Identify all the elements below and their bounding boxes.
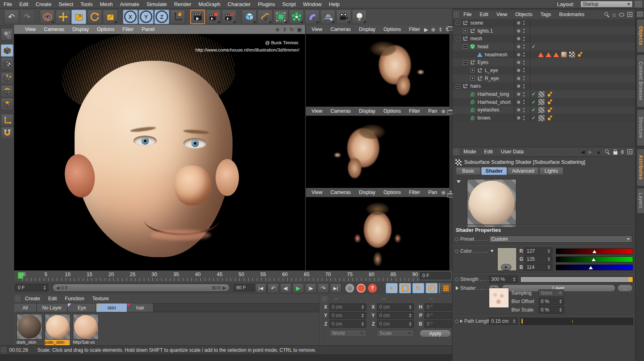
enabled-check-icon[interactable] (532, 99, 536, 105)
range-start-field[interactable]: 0 F (15, 284, 48, 291)
enabled-check-icon[interactable] (532, 107, 536, 113)
render-visibility-dot[interactable] (523, 111, 525, 112)
am-menu-mode[interactable]: Mode (459, 149, 480, 155)
tree-row-hairhead-short[interactable]: Hairhead_short (453, 98, 636, 106)
layer-tab-skin[interactable]: skin (96, 303, 127, 312)
panel-grip[interactable] (322, 296, 327, 302)
texture-tag-icon[interactable] (561, 52, 567, 58)
key-parameter-button[interactable]: P (426, 283, 438, 293)
vp-menu-pan[interactable]: Pan (424, 108, 441, 114)
activation-dot[interactable] (517, 101, 520, 104)
activation-dot[interactable] (517, 29, 520, 33)
key-rotation-button[interactable]: ↻ (412, 283, 424, 293)
blur-offset-field[interactable]: 0 % (538, 298, 564, 305)
render-settings-button[interactable] (222, 10, 237, 24)
layer-tab-nolayer[interactable]: No Layer (37, 303, 68, 312)
om-menu-file[interactable]: File (459, 12, 476, 17)
b-field[interactable]: 114 (524, 264, 553, 271)
path-length-field[interactable]: 0.15 cm (489, 318, 518, 325)
previous-key-button[interactable]: ↶ (268, 283, 279, 293)
move-button[interactable] (56, 10, 71, 24)
vp-maximize-icon[interactable]: ▣ (297, 27, 302, 33)
panel-grip[interactable] (15, 295, 20, 302)
material-thumbnail[interactable] (73, 314, 99, 340)
editor-visibility-dot[interactable] (523, 100, 525, 101)
vp-menu-options[interactable]: Options (380, 27, 405, 32)
vp-move-icon[interactable]: ⊕ (275, 27, 280, 33)
mat-menu-texture[interactable]: Texture (88, 296, 113, 301)
lock-icon[interactable] (613, 151, 617, 155)
vp-menu-filter[interactable]: Filter (118, 27, 138, 32)
hair-material-tag-icon[interactable] (538, 99, 545, 105)
new-panel-icon[interactable]: + (627, 149, 632, 154)
render-visibility-dot[interactable] (523, 87, 525, 89)
tree-row-l-eye[interactable]: L_eye (453, 66, 636, 74)
add-spline-button[interactable] (258, 10, 272, 24)
vp-menu-display[interactable]: Display (69, 27, 93, 32)
pos-z-field[interactable]: 0 cm (329, 320, 366, 328)
vp-menu-view[interactable]: View (307, 108, 326, 114)
editor-visibility-dot[interactable] (523, 21, 525, 22)
anim-dot-icon[interactable] (455, 237, 459, 241)
color-expand-button[interactable] (501, 264, 511, 270)
redo-button[interactable]: ↷ (20, 10, 35, 24)
undock-icon[interactable] (447, 193, 453, 198)
preview-range-slider[interactable]: ◀ 0 F 90 F ▶ (52, 284, 230, 292)
selection-tag-icon[interactable] (538, 52, 544, 57)
anim-dot-icon[interactable] (455, 320, 459, 323)
r-field[interactable]: 127 (524, 248, 553, 255)
goto-start-button[interactable]: |◀ (255, 283, 266, 293)
menu-mograph[interactable]: MoGraph (195, 1, 224, 7)
om-menu-bookmarks[interactable]: Bookmarks (555, 12, 588, 17)
menu-render[interactable]: Render (170, 1, 195, 7)
size-mode-select[interactable]: Scale (377, 330, 414, 337)
layer-tab-all[interactable]: All (14, 303, 37, 312)
om-menu-tags[interactable]: Tags (536, 12, 555, 17)
add-modeling-button[interactable] (289, 10, 304, 24)
goto-end-button[interactable]: ▶| (330, 283, 341, 293)
editor-visibility-dot[interactable] (523, 76, 525, 78)
history-back-icon[interactable]: ◀ (581, 149, 585, 155)
link-icon[interactable]: 8 (621, 149, 624, 155)
vp-menu-options[interactable]: Options (93, 27, 118, 32)
lock-z-axis-button[interactable]: Z (154, 10, 169, 24)
record-snapshot-button[interactable]: ◎ (345, 284, 354, 293)
editor-visibility-dot[interactable] (523, 68, 525, 70)
tree-row-mesh[interactable]: mesh (453, 35, 636, 43)
material-item[interactable]: pale_skin (45, 314, 71, 345)
enabled-check-icon[interactable] (532, 44, 536, 50)
mat-menu-create[interactable]: Create (21, 296, 44, 301)
current-frame-field[interactable]: 0 F (420, 272, 451, 279)
menu-file[interactable]: File (0, 1, 16, 7)
tree-row-r-eye[interactable]: R_eye (453, 74, 636, 83)
pos-y-field[interactable]: 0 cm (329, 312, 366, 319)
path-expand-icon[interactable] (460, 320, 463, 323)
size-x-field[interactable]: 0 cm (377, 303, 414, 311)
vp-menu-filter[interactable]: Filter (405, 190, 424, 195)
key-scale-button[interactable] (399, 283, 411, 293)
undo-button[interactable]: ↶ (4, 10, 19, 24)
vp-menu-display[interactable]: Display (355, 27, 380, 32)
tab-lights[interactable]: Lights (539, 167, 563, 175)
editor-visibility-dot[interactable] (523, 108, 525, 109)
editor-visibility-dot[interactable] (523, 37, 525, 38)
size-y-field[interactable]: 0 cm (377, 312, 414, 319)
editor-visibility-dot[interactable] (523, 84, 525, 86)
vp-menu-view[interactable]: View (307, 190, 326, 195)
expand-toggle[interactable] (463, 29, 467, 33)
render-visibility-dot[interactable] (523, 103, 525, 104)
layout-palette-icon[interactable] (635, 1, 642, 7)
parent-object-icon[interactable]: ▲ (596, 149, 601, 155)
add-cube-button[interactable] (242, 10, 257, 24)
panel-grip[interactable] (453, 149, 459, 155)
tab-attributes[interactable]: Attributes (637, 149, 644, 186)
vp-menu-options[interactable]: Options (380, 190, 405, 195)
editor-visibility-dot[interactable] (523, 44, 525, 46)
editor-visibility-dot[interactable] (523, 60, 525, 62)
tab-objects[interactable]: Objects (637, 19, 644, 53)
viewport2-canvas[interactable] (306, 34, 449, 107)
om-menu-objects[interactable]: Objects (511, 12, 536, 17)
make-editable-button[interactable] (1, 28, 13, 41)
render-visibility-dot[interactable] (523, 63, 525, 65)
vp-menu-filter[interactable]: Filter (405, 108, 424, 114)
